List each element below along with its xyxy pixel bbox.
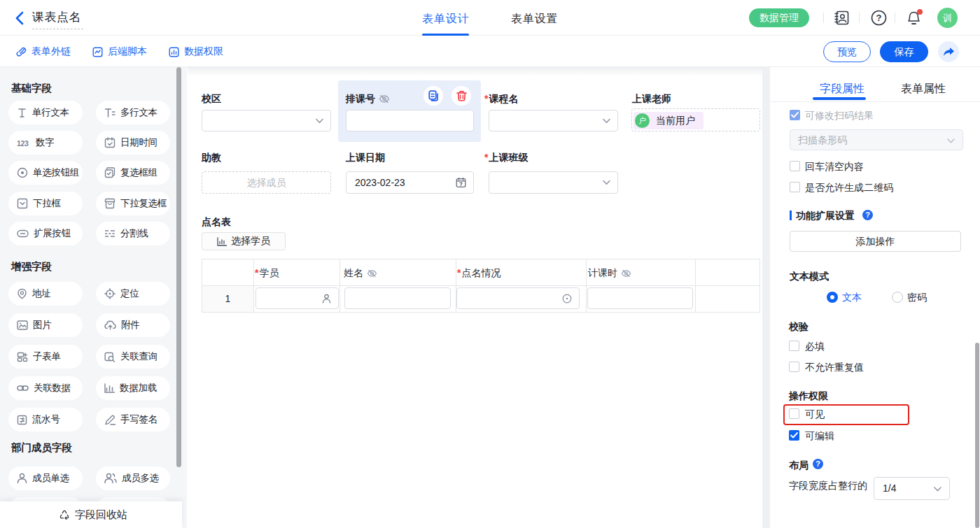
svg-text:?: ? bbox=[876, 13, 882, 23]
svg-text:123: 123 bbox=[17, 139, 29, 148]
